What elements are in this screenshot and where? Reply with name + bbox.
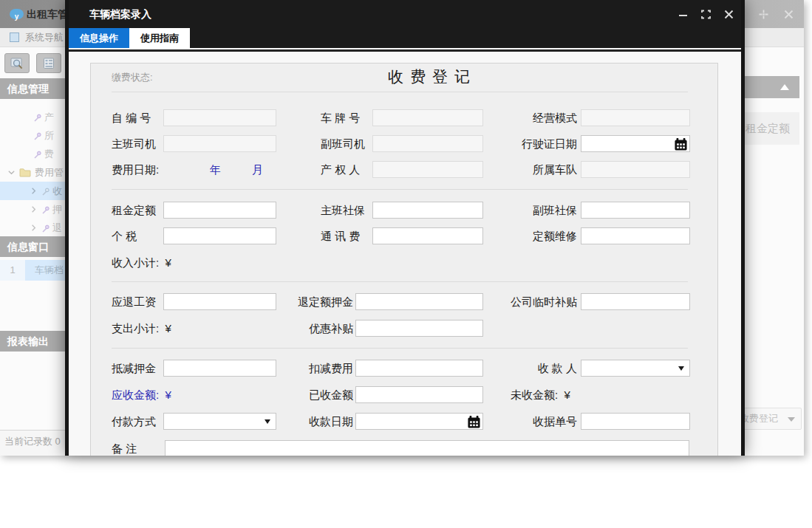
- tree-item-label: 所: [44, 126, 54, 145]
- tool-icon: [33, 131, 41, 140]
- payee-select[interactable]: [581, 360, 690, 377]
- comm-fee-input[interactable]: [372, 227, 483, 244]
- close-icon[interactable]: [783, 9, 794, 19]
- info-row-number: 1: [0, 260, 25, 281]
- received-input[interactable]: [355, 386, 483, 403]
- deduct-fee-input[interactable]: [355, 360, 483, 377]
- rent-quota-bg-label: 租金定额: [746, 112, 790, 145]
- main-social-label: 主班社保: [321, 202, 365, 219]
- refund-quota-deposit-input[interactable]: [355, 293, 483, 310]
- refund-salary-label: 应退工资: [112, 293, 156, 310]
- screen: y 出租车管理: [0, 0, 812, 528]
- self-no-label: 自 编 号: [112, 109, 151, 126]
- receipt-no-label: 收据单号: [474, 413, 577, 430]
- form-list-button[interactable]: [36, 53, 61, 73]
- vice-driver-label: 副班司机: [321, 135, 365, 152]
- folder-icon: [19, 168, 31, 177]
- search-icon: [10, 58, 24, 69]
- receivable-label: 应收金额: ¥: [112, 386, 171, 403]
- rent-quota-input[interactable]: [163, 202, 276, 219]
- tree-item-label: 产: [44, 108, 54, 126]
- main-social-input[interactable]: [372, 202, 483, 219]
- tool-icon: [33, 150, 41, 159]
- receipt-date-input[interactable]: [355, 413, 483, 430]
- collapse-up-icon[interactable]: [780, 84, 789, 90]
- discount-subsidy-input[interactable]: [355, 320, 483, 337]
- income-tax-input[interactable]: [163, 227, 276, 244]
- fleet-input[interactable]: [581, 161, 690, 178]
- fleet-label: 所属车队: [474, 161, 577, 178]
- chevron-right-icon: [30, 224, 38, 232]
- offset-deposit-input[interactable]: [163, 360, 276, 377]
- owner-input[interactable]: [372, 161, 483, 178]
- rent-quota-label: 租金定额: [112, 202, 156, 219]
- unreceived-label: 未收金额: ¥: [511, 386, 570, 403]
- dropdown-arrow-icon: [265, 419, 270, 424]
- divider: [112, 92, 688, 92]
- chevron-right-icon: [30, 205, 38, 213]
- expense-subtotal-label: 支出小计: ¥: [112, 320, 171, 337]
- receipt-no-input[interactable]: [581, 413, 690, 430]
- restore-icon[interactable]: [758, 9, 768, 19]
- business-mode-label: 经营模式: [474, 109, 577, 126]
- tab-info-operation[interactable]: 信息操作: [69, 28, 129, 48]
- tree-child-label: 收: [52, 182, 62, 200]
- vehicle-archive-dialog: 车辆档案录入 信息操作 使用指南: [65, 0, 745, 456]
- tab-user-guide[interactable]: 使用指南: [129, 28, 190, 48]
- nav-checkbox-icon: [10, 32, 19, 42]
- dialog-title: 车辆档案录入: [89, 0, 151, 28]
- tree-item-label: 费: [44, 145, 54, 163]
- chevron-right-icon: [30, 187, 38, 195]
- dialog-close-icon[interactable]: [724, 10, 734, 19]
- deduct-fee-label: 扣减费用: [289, 360, 353, 377]
- tree-folder-label: 费用管: [35, 163, 64, 182]
- fee-year-link[interactable]: 年: [210, 161, 221, 178]
- received-label: 已收金额: [289, 386, 353, 403]
- refund-salary-input[interactable]: [163, 293, 276, 310]
- license-date-input[interactable]: [581, 135, 690, 152]
- repair-quota-input[interactable]: [581, 227, 690, 244]
- tree-child-label: 退: [52, 219, 62, 237]
- search-button[interactable]: [4, 53, 30, 73]
- main-driver-input[interactable]: [163, 135, 276, 152]
- fee-month-link[interactable]: 月: [252, 161, 263, 178]
- dialog-maximize-icon[interactable]: [701, 10, 711, 19]
- remark-input[interactable]: [165, 440, 689, 456]
- company-subsidy-input[interactable]: [581, 293, 690, 310]
- vice-social-input[interactable]: [581, 202, 690, 219]
- vice-driver-input[interactable]: [372, 135, 483, 152]
- form-title: 收费登记: [388, 66, 477, 87]
- comm-fee-label: 通 讯 费: [321, 227, 360, 244]
- dialog-tabbar: 信息操作 使用指南: [69, 28, 741, 48]
- owner-label: 产 权 人: [321, 161, 360, 178]
- main-driver-label: 主班司机: [112, 135, 156, 152]
- license-date-label: 行驶证日期: [474, 135, 577, 152]
- refund-quota-deposit-label: 退定额押金: [289, 293, 353, 310]
- pay-method-label: 付款方式: [112, 413, 156, 430]
- receipt-date-label: 收款日期: [289, 413, 353, 430]
- tool-icon: [41, 205, 50, 214]
- tool-icon: [41, 187, 50, 196]
- form-list-icon: [42, 58, 55, 69]
- remark-label: 备 注: [112, 440, 137, 456]
- dialog-window-controls: [678, 0, 734, 28]
- fee-date-label: 费用日期:: [112, 161, 159, 178]
- business-mode-input[interactable]: [581, 109, 690, 126]
- payment-status-label: 缴费状态:: [112, 71, 153, 84]
- dialog-titlebar: 车辆档案录入: [69, 0, 741, 28]
- tree-child-label: 押: [52, 200, 62, 219]
- dropdown-arrow-icon: [678, 366, 684, 371]
- plate-no-input[interactable]: [372, 109, 483, 126]
- app-logo-letter: y: [15, 13, 19, 21]
- income-subtotal-label: 收入小计: ¥: [112, 254, 171, 271]
- repair-quota-label: 定额维修: [474, 227, 577, 244]
- divider: [112, 189, 688, 190]
- fee-register-dropdown-value: 收费登记: [740, 413, 778, 424]
- pay-method-select[interactable]: [163, 413, 276, 430]
- dialog-minimize-icon[interactable]: [678, 10, 688, 19]
- divider: [112, 281, 688, 282]
- self-no-input[interactable]: [163, 109, 276, 126]
- company-subsidy-label: 公司临时补贴: [474, 293, 577, 310]
- tool-icon: [41, 224, 50, 233]
- calendar-icon: [674, 137, 688, 151]
